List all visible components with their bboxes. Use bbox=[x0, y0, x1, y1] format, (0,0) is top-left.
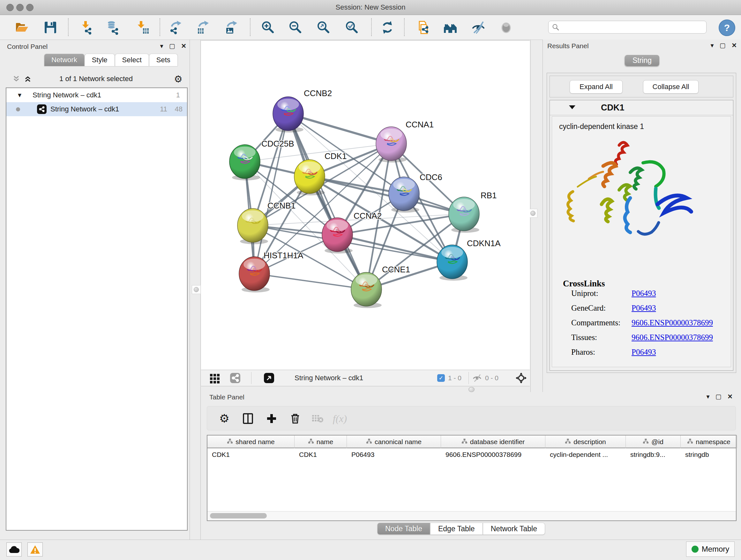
hide-details-icon[interactable] bbox=[471, 20, 486, 35]
table-panel: Table Panel ▾ ▢ ✕ ⚙ f(x) shared bbox=[201, 393, 741, 540]
table-cell[interactable]: 9606.ENSP00000378699 bbox=[441, 448, 545, 461]
warning-status-icon[interactable] bbox=[27, 543, 43, 557]
tab-network[interactable]: Network bbox=[44, 54, 84, 66]
panel-menu-caret-icon[interactable]: ▾ bbox=[711, 42, 714, 49]
search-box[interactable] bbox=[548, 21, 706, 34]
left-splitter[interactable] bbox=[190, 40, 190, 540]
table-cell[interactable]: CDK1 bbox=[294, 448, 347, 461]
show-details-icon[interactable] bbox=[498, 20, 514, 35]
import-table-icon[interactable] bbox=[135, 20, 150, 35]
network-node-ccnb2[interactable]: CCNB2 bbox=[273, 88, 332, 132]
houses-icon[interactable] bbox=[443, 20, 458, 35]
import-network-icon[interactable] bbox=[79, 20, 94, 35]
save-session-icon[interactable] bbox=[43, 20, 58, 35]
crosslink-link[interactable]: 9606.ENSP00000378699 bbox=[631, 333, 713, 342]
memory-button[interactable]: Memory bbox=[686, 542, 735, 557]
window-title: Session: New Session bbox=[0, 3, 741, 11]
network-edge[interactable] bbox=[254, 114, 288, 273]
help-icon[interactable]: ? bbox=[719, 19, 735, 36]
column-header-shared-name[interactable]: shared name bbox=[207, 435, 294, 448]
network-options-gear-icon[interactable]: ⚙ bbox=[174, 73, 183, 84]
network-node-rb1[interactable]: RB1 bbox=[449, 191, 497, 233]
expand-all-button[interactable]: Expand All bbox=[569, 80, 623, 94]
panel-close-icon[interactable]: ✕ bbox=[181, 42, 186, 50]
column-header--id[interactable]: @id bbox=[626, 435, 681, 448]
add-column-icon[interactable] bbox=[264, 411, 279, 426]
node-details-header[interactable]: CDK1 bbox=[550, 100, 733, 115]
network-share-icon[interactable] bbox=[230, 373, 241, 385]
panel-close-icon[interactable]: ✕ bbox=[727, 393, 733, 400]
column-hierarchy-icon bbox=[461, 438, 468, 446]
horizontal-splitter-handle[interactable] bbox=[468, 387, 475, 392]
table-cell[interactable]: CDK1 bbox=[207, 448, 294, 461]
selected-checkbox-icon[interactable]: ✓ bbox=[437, 374, 445, 382]
network-edge[interactable] bbox=[254, 273, 366, 289]
network-edge[interactable] bbox=[288, 114, 391, 144]
duplicate-network-icon[interactable] bbox=[415, 20, 430, 35]
show-columns-icon[interactable] bbox=[240, 411, 256, 426]
zoom-selected-icon[interactable] bbox=[344, 20, 360, 35]
collapse-all-button[interactable]: Collapse All bbox=[643, 80, 698, 94]
panel-float-icon[interactable]: ▢ bbox=[720, 42, 726, 49]
column-header-canonical-name[interactable]: canonical name bbox=[347, 435, 441, 448]
table-cell[interactable]: P06493 bbox=[347, 448, 441, 461]
left-splitter-handle[interactable] bbox=[192, 285, 201, 294]
crosslink-link[interactable]: P06493 bbox=[631, 304, 656, 313]
right-splitter-handle[interactable] bbox=[529, 209, 537, 218]
panel-menu-caret-icon[interactable]: ▾ bbox=[706, 393, 710, 400]
section-caret-icon[interactable] bbox=[568, 105, 576, 111]
cloud-status-icon[interactable] bbox=[6, 543, 22, 557]
tab-style[interactable]: Style bbox=[84, 54, 115, 66]
table-hscrollbar-thumb[interactable] bbox=[210, 513, 267, 518]
table-options-gear-icon[interactable]: ⚙ bbox=[217, 411, 232, 426]
crosslink-link[interactable]: P06493 bbox=[631, 289, 656, 298]
import-database-icon[interactable] bbox=[106, 20, 121, 35]
tab-sets[interactable]: Sets bbox=[149, 54, 178, 66]
zoom-out-icon[interactable] bbox=[288, 20, 303, 35]
export-network-icon[interactable] bbox=[168, 20, 184, 35]
network-row[interactable]: String Network – cdk1 11 48 bbox=[6, 102, 187, 116]
protein-structure-image bbox=[558, 136, 709, 263]
network-node-ccne1[interactable]: CCNE1 bbox=[351, 265, 410, 308]
panel-menu-caret-icon[interactable]: ▾ bbox=[160, 42, 163, 50]
collection-caret-icon[interactable]: ▾ bbox=[18, 91, 21, 99]
column-header-name[interactable]: name bbox=[294, 435, 347, 448]
table-row[interactable]: CDK1CDK1P064939606.ENSP00000378699cyclin… bbox=[207, 448, 736, 461]
table-hscrollbar[interactable] bbox=[207, 511, 736, 520]
crosslink-link[interactable]: P06493 bbox=[631, 348, 656, 357]
search-input[interactable] bbox=[562, 23, 703, 31]
zoom-in-icon[interactable] bbox=[260, 20, 276, 35]
tab-network-table[interactable]: Network Table bbox=[483, 523, 545, 535]
panel-float-icon[interactable]: ▢ bbox=[716, 393, 722, 400]
collection-count: 1 bbox=[176, 91, 180, 99]
table-cell[interactable]: cyclin-dependent ... bbox=[545, 448, 626, 461]
export-image-icon[interactable] bbox=[224, 20, 239, 35]
network-collection-row[interactable]: ▾ String Network – cdk1 1 bbox=[6, 88, 187, 102]
network-node-hist1h1a[interactable]: HIST1H1A bbox=[239, 251, 304, 293]
network-canvas[interactable]: CCNB2CCNA1CDC25BCDK1CDC6RB1CCNB1CCNA2CDK… bbox=[201, 40, 530, 370]
crosslink-link[interactable]: 9606.ENSP00000378699 bbox=[631, 318, 713, 327]
delete-column-trash-icon[interactable] bbox=[287, 411, 303, 426]
tab-select[interactable]: Select bbox=[115, 54, 149, 66]
column-header-database-identifier[interactable]: database identifier bbox=[441, 435, 545, 448]
tab-node-table[interactable]: Node Table bbox=[377, 523, 430, 535]
column-header-namespace[interactable]: namespace bbox=[681, 435, 737, 448]
column-hierarchy-icon bbox=[565, 438, 571, 446]
column-header-description[interactable]: description bbox=[545, 435, 626, 448]
locate-crosshair-icon[interactable] bbox=[515, 372, 527, 385]
network-node-ccnb1[interactable]: CCNB1 bbox=[238, 201, 295, 244]
tab-edge-table[interactable]: Edge Table bbox=[430, 523, 483, 535]
refresh-layout-icon[interactable] bbox=[380, 20, 395, 35]
table-panel-controls: ▾ ▢ ✕ bbox=[702, 393, 733, 400]
panel-close-icon[interactable]: ✕ bbox=[731, 42, 737, 49]
export-table-icon[interactable] bbox=[196, 20, 211, 35]
table-cell[interactable]: stringdb:9... bbox=[626, 448, 681, 461]
birdseye-grid-icon[interactable] bbox=[209, 373, 220, 385]
open-in-window-icon[interactable] bbox=[264, 373, 274, 385]
open-file-icon[interactable] bbox=[14, 20, 29, 35]
network-node-cdkn1a[interactable]: CDKN1A bbox=[437, 239, 501, 281]
panel-float-icon[interactable]: ▢ bbox=[169, 42, 175, 50]
tab-string[interactable]: String bbox=[625, 55, 659, 66]
zoom-fit-icon[interactable] bbox=[316, 20, 331, 35]
table-cell[interactable]: stringdb bbox=[681, 448, 737, 461]
